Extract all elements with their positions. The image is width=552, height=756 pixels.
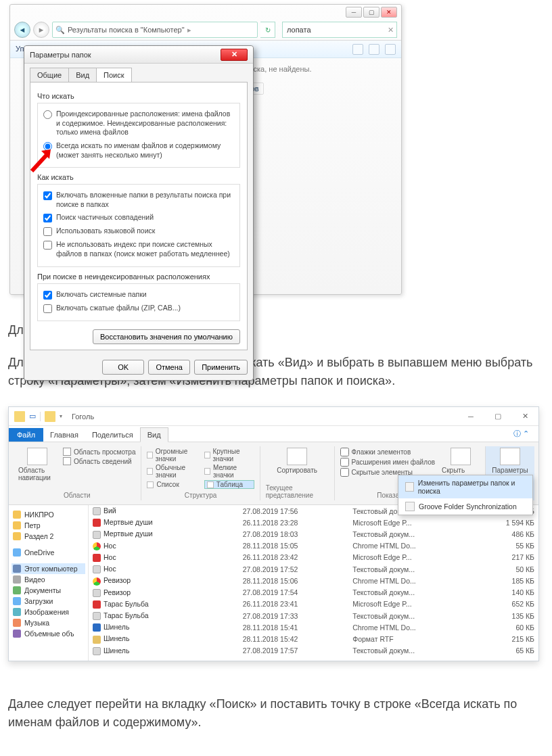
chk-systemfolders[interactable]: Включать системные папки [43, 288, 234, 302]
window-title: Гоголь [72, 412, 94, 421]
close-button[interactable]: ✕ [511, 407, 538, 426]
qat-save-icon[interactable]: ▭ [29, 412, 36, 421]
tab-view[interactable]: Вид [140, 427, 168, 442]
details-pane-toggle[interactable]: Область сведений [63, 457, 135, 465]
sidebar-item[interactable]: Документы [12, 585, 85, 596]
tab-search[interactable]: Поиск [96, 68, 131, 82]
tab-general[interactable]: Общие [30, 68, 69, 82]
sidebar-item[interactable]: НИКПРО [12, 509, 85, 520]
file-icon [93, 507, 101, 515]
file-row[interactable]: Шинель28.11.2018 15:42Формат RTF215 КБ [89, 633, 538, 644]
ribbon-group-currentview: Сортировать Текущее представление [260, 446, 335, 500]
ribbon-help-icon[interactable]: ⓘ ⌃ [504, 426, 538, 442]
group-label: Структура [185, 492, 216, 499]
file-icon [93, 531, 101, 539]
cancel-button[interactable]: Отмена [148, 360, 190, 375]
sort-button[interactable]: Сортировать [278, 448, 316, 474]
file-row[interactable]: Шинель27.08.2019 17:57Текстовый докум...… [89, 645, 538, 657]
sidebar-item[interactable]: Музыка [12, 617, 85, 628]
view-layout-gallery[interactable]: Огромные значки Крупные значки Обычные з… [147, 448, 254, 489]
radio-indexed[interactable]: Проиндексированные расположения: имена ф… [43, 108, 234, 139]
file-icon [93, 647, 101, 655]
file-icon [93, 577, 101, 586]
chk-file-extensions[interactable]: Расширения имен файлов [340, 458, 435, 467]
chk-partial[interactable]: Поиск частичных совпадений [43, 211, 234, 225]
sidebar-item[interactable]: OneDrive [12, 547, 85, 558]
breadcrumb[interactable]: 🔍 Результаты поиска в "Компьютер" ▸ [52, 22, 258, 38]
win10-file-list[interactable]: Вий27.08.2019 17:56Текстовый докум...76 … [89, 505, 538, 661]
tab-view[interactable]: Вид [68, 68, 97, 82]
tab-share[interactable]: Поделиться [85, 428, 140, 442]
dd-change-folder-options[interactable]: Изменить параметры папок и поиска [398, 475, 532, 498]
group-nonindexed-title: При поиске в неиндексированных расположе… [37, 273, 240, 281]
file-row[interactable]: Мертвые души26.11.2018 23:28Microsoft Ed… [89, 517, 538, 528]
dd-groove-sync[interactable]: Groove Folder Synchronization [398, 498, 532, 515]
sidebar-item[interactable]: Загрузки [12, 596, 85, 607]
chk-compressed[interactable]: Включать сжатые файлы (ZIP, CAB...) [43, 302, 234, 315]
preview-pane-toggle[interactable]: Область просмотра [63, 448, 135, 456]
breadcrumb-text: Результаты поиска в "Компьютер" [68, 26, 185, 34]
nav-pane-button[interactable]: Область навигации [18, 448, 56, 481]
apply-button[interactable]: Применить [194, 360, 248, 375]
dialog-close-button[interactable]: ✕ [221, 49, 248, 61]
dialog-body: Что искать Проиндексированные расположен… [30, 82, 248, 350]
sidebar-item-label: НИКПРО [24, 511, 54, 519]
file-row[interactable]: Нос27.08.2019 17:52Текстовый докум...50 … [89, 563, 538, 575]
maximize-button[interactable]: ▢ [484, 407, 511, 426]
system-buttons: ─ ▢ ✕ [457, 407, 538, 426]
refresh-button[interactable]: ↻ [260, 22, 275, 38]
group-label: Текущее представление [266, 484, 329, 499]
group-how-title: Как искать [37, 173, 240, 181]
ok-button[interactable]: OK [102, 360, 144, 375]
chk-subfolders[interactable]: Включать вложенные папки в результаты по… [43, 189, 234, 211]
minimize-button[interactable]: ─ [346, 7, 362, 18]
chk-noindex[interactable]: Не использовать индекс при поиске систем… [43, 238, 234, 260]
win10-body: НИКПРОПетрРаздел 2OneDriveЭтот компьютер… [9, 505, 538, 661]
forward-button[interactable]: ► [33, 22, 49, 38]
folder-options-dialog: Параметры папок ✕ Общие Вид Поиск Что ис… [24, 45, 254, 381]
file-row[interactable]: Мертвые души27.08.2019 18:03Текстовый до… [89, 528, 538, 540]
sidebar-item-icon [13, 619, 21, 627]
close-button[interactable]: ✕ [381, 7, 397, 18]
sidebar-item-label: OneDrive [24, 548, 54, 557]
back-button[interactable]: ◄ [14, 22, 30, 38]
hide-icon [451, 448, 471, 465]
folder-icon [14, 411, 25, 422]
file-row[interactable]: Ревизор28.11.2018 15:06Chrome HTML Do...… [89, 575, 538, 586]
sidebar-item[interactable]: Видео [12, 574, 85, 585]
qat-dropdown-icon[interactable]: ▾ [60, 413, 62, 419]
folder-icon [45, 411, 55, 422]
restore-defaults-button[interactable]: Восстановить значения по умолчанию [93, 329, 240, 344]
maximize-button[interactable]: ▢ [363, 7, 380, 18]
sidebar-item[interactable]: Раздел 2 [12, 531, 85, 542]
file-row[interactable]: Нос26.11.2018 23:42Microsoft Edge P...21… [89, 552, 538, 563]
group-label: Области [64, 492, 91, 499]
tab-main[interactable]: Главная [43, 428, 85, 442]
file-icon [93, 612, 101, 620]
win10-sidebar[interactable]: НИКПРОПетрРаздел 2OneDriveЭтот компьютер… [9, 505, 89, 661]
file-row[interactable]: Тарас Бульба27.08.2019 17:33Текстовый до… [89, 610, 538, 621]
sidebar-item[interactable]: Петр [12, 520, 85, 531]
win10-titlebar: ▭ ▾ Гоголь ─ ▢ ✕ [9, 407, 538, 426]
sidebar-item[interactable]: Изображения [12, 607, 85, 617]
file-row[interactable]: Нос28.11.2018 15:05Chrome HTML Do...55 К… [89, 540, 538, 552]
chk-item-checkboxes[interactable]: Флажки элементов [340, 448, 435, 456]
search-input[interactable]: лопата ✕ [282, 22, 397, 38]
minimize-button[interactable]: ─ [457, 407, 484, 426]
radio-always-search[interactable]: Всегда искать по именам файлов и содержи… [43, 139, 234, 162]
sort-icon [287, 448, 307, 465]
sidebar-item[interactable]: Объемные объ [12, 628, 85, 639]
file-row[interactable]: Тарас Бульба26.11.2018 23:41Microsoft Ed… [89, 598, 538, 610]
help-icon[interactable] [385, 44, 396, 55]
view-mode-icon[interactable] [352, 44, 363, 55]
sidebar-item-label: Раздел 2 [24, 532, 53, 540]
file-row[interactable]: Ревизор27.08.2019 17:54Текстовый докум..… [89, 587, 538, 598]
clear-search-icon[interactable]: ✕ [388, 26, 394, 34]
tab-file[interactable]: Файл [9, 428, 43, 442]
group-what: Проиндексированные расположения: имена ф… [37, 103, 240, 168]
sidebar-item-label: Загрузки [24, 597, 53, 605]
preview-pane-icon[interactable] [369, 44, 380, 55]
chk-natural-lang[interactable]: Использовать языковой поиск [43, 225, 234, 238]
file-row[interactable]: Шинель28.11.2018 15:41Chrome HTML Do...6… [89, 621, 538, 633]
sidebar-item[interactable]: Этот компьютер [12, 563, 85, 574]
